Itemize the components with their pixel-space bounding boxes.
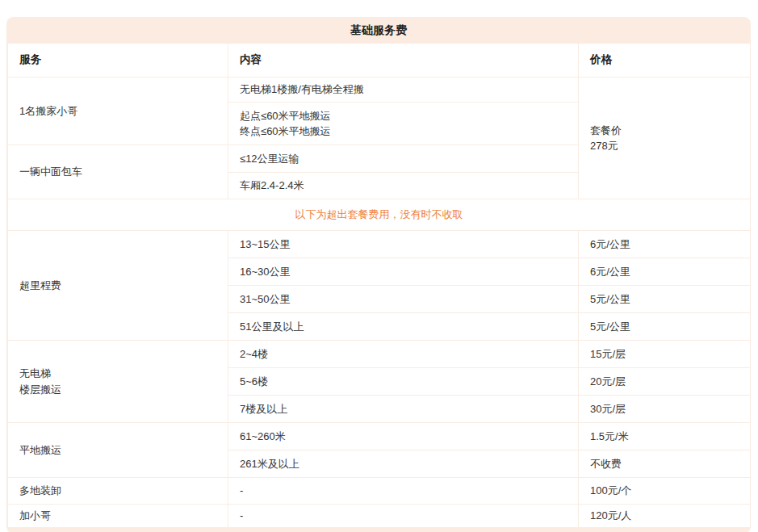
price-cell: 20元/层: [579, 368, 751, 396]
service-cell-excess-mileage: 超里程费: [8, 231, 228, 341]
price-cell: 5元/公里: [579, 286, 751, 313]
content-cell: 261米及以上: [228, 450, 579, 478]
service-cell-movers: 1名搬家小哥: [8, 77, 228, 145]
content-cell: 无电梯1楼搬/有电梯全程搬: [228, 77, 579, 103]
service-cell-multi-location: 多地装卸: [8, 478, 228, 505]
table-title: 基础服务费: [350, 23, 407, 38]
notice-row: 以下为超出套餐费用，没有时不收取: [8, 199, 751, 231]
table-row: 以下为超出套餐费用，没有时不收取: [8, 199, 751, 231]
content-cell: 7楼及以上: [228, 396, 579, 423]
price-cell: 100元/个: [579, 478, 751, 505]
content-cell: 13~15公里: [228, 231, 579, 258]
table-row: 无电梯 楼层搬运 2~4楼 15元/层: [8, 341, 751, 368]
price-cell: 120元/人: [579, 505, 751, 528]
content-cell: 31~50公里: [228, 286, 579, 313]
pricing-table: 基础服务费 服务 内容 价格 1名搬家小哥 无电梯1楼搬/有电梯全程搬 套餐价 …: [6, 17, 751, 532]
price-cell: 不收费: [579, 450, 751, 478]
table-row: 多地装卸 - 100元/个: [8, 478, 751, 505]
service-cell-extra-helper: 加小哥: [8, 505, 228, 528]
content-cell: 51公里及以上: [228, 313, 579, 341]
service-cell-no-elevator: 无电梯 楼层搬运: [8, 341, 228, 423]
price-cell: 15元/层: [579, 341, 751, 368]
package-price-cell: 套餐价 278元: [579, 77, 751, 199]
content-cell: 61~260米: [228, 423, 579, 450]
content-cell: 16~30公里: [228, 258, 579, 286]
table-row: 超里程费 13~15公里 6元/公里: [8, 231, 751, 258]
content-cell: 起点≤60米平地搬运 终点≤60米平地搬运: [228, 103, 579, 145]
pricing-table-grid: 服务 内容 价格 1名搬家小哥 无电梯1楼搬/有电梯全程搬 套餐价 278元 起…: [7, 43, 751, 528]
price-cell: 30元/层: [579, 396, 751, 423]
content-cell: 车厢2.4-2.4米: [228, 173, 579, 199]
col-header-content: 内容: [228, 44, 579, 77]
price-cell: 6元/公里: [579, 231, 751, 258]
service-cell-flat-ground: 平地搬运: [8, 423, 228, 478]
price-cell: 6元/公里: [579, 258, 751, 286]
content-cell: ≤12公里运输: [228, 145, 579, 173]
col-header-price: 价格: [579, 44, 751, 77]
col-header-service: 服务: [8, 44, 228, 77]
price-cell: 1.5元/米: [579, 423, 751, 450]
table-title-bar: 基础服务费: [7, 18, 750, 43]
content-cell: -: [228, 478, 579, 505]
price-cell: 5元/公里: [579, 313, 751, 341]
table-row: 1名搬家小哥 无电梯1楼搬/有电梯全程搬 套餐价 278元: [8, 77, 751, 103]
content-cell: -: [228, 505, 579, 528]
table-row: 加小哥 - 120元/人: [8, 505, 751, 528]
column-header-row: 服务 内容 价格: [8, 44, 751, 77]
content-cell: 5~6楼: [228, 368, 579, 396]
table-footer-bar: [7, 528, 750, 532]
content-cell: 2~4楼: [228, 341, 579, 368]
service-cell-van: 一辆中面包车: [8, 145, 228, 199]
table-row: 平地搬运 61~260米 1.5元/米: [8, 423, 751, 450]
